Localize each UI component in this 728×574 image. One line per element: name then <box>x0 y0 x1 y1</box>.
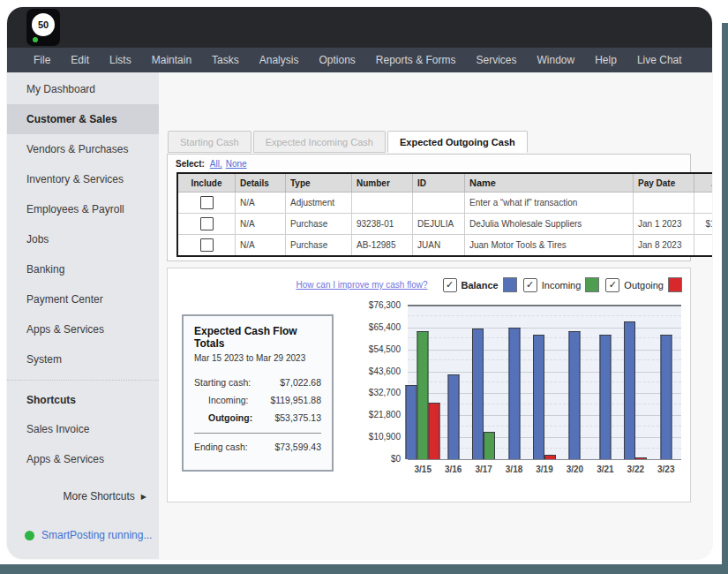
cell-id <box>413 193 465 214</box>
smartposting-status[interactable]: SmartPosting running... <box>25 529 152 541</box>
totals-value: $7,022.68 <box>280 377 321 388</box>
y-tick-label: $54,500 <box>369 344 401 354</box>
sidebar-item-vendors-purchases[interactable]: Vendors & Purchases <box>7 134 159 164</box>
sage-50-logo[interactable]: 50 <box>26 9 60 46</box>
y-axis-labels: $0$10,900$21,800$32,700$43,600$54,500$65… <box>356 306 401 459</box>
table-row: N/APurchaseAB-12985JUANJuan Motor Tools … <box>177 235 712 257</box>
column-header-amount: Amount <box>694 173 713 193</box>
bar-group-3-22 <box>624 306 647 459</box>
screen-edge-bottom <box>0 564 728 574</box>
smartposting-status-text: SmartPosting running... <box>41 529 152 541</box>
cell-details: N/A <box>236 235 286 257</box>
column-header-type: Type <box>286 173 352 193</box>
tab-expected-incoming-cash[interactable]: Expected Incoming Cash <box>253 131 386 153</box>
sidebar-divider <box>7 380 159 381</box>
legend-label-balance: Balance <box>462 280 499 291</box>
y-tick-label: $0 <box>391 454 401 464</box>
improve-cash-flow-link[interactable]: How can I improve my cash flow? <box>296 280 428 290</box>
column-header-include: Include <box>177 173 236 193</box>
menu-lists[interactable]: Lists <box>109 54 131 66</box>
totals-label: Starting cash: <box>194 377 251 388</box>
legend-label-outgoing: Outgoing <box>624 280 664 291</box>
menu-file[interactable]: File <box>34 54 50 66</box>
incoming-bar-3-17 <box>484 432 495 459</box>
plot-area <box>408 306 681 460</box>
balance-bar-3-15 <box>406 385 417 459</box>
x-tick-label: 3/22 <box>627 464 644 474</box>
sidebar-item-apps-services[interactable]: Apps & Services <box>7 314 159 344</box>
sidebar-item-customer-sales[interactable]: Customer & Sales <box>7 104 159 134</box>
y-tick-label: $21,800 <box>369 410 401 419</box>
sidebar-item-system[interactable]: System <box>7 344 159 374</box>
legend-swatch-incoming <box>585 277 599 292</box>
shortcut-sales-invoice[interactable]: Sales Invoice <box>7 414 159 444</box>
outgoing-bar-3-15 <box>429 403 440 459</box>
menu-options[interactable]: Options <box>319 54 355 66</box>
menu-reports-forms[interactable]: Reports & Forms <box>376 54 456 66</box>
balance-bar-3-20 <box>569 331 581 459</box>
bar-group-3-23 <box>660 306 672 459</box>
sidebar-item-payment-center[interactable]: Payment Center <box>7 284 159 314</box>
legend-item-incoming: ✓Incoming <box>523 277 600 292</box>
menu-bar: FileEditListsMaintainTasksAnalysisOption… <box>7 48 712 72</box>
shortcuts-list: Sales InvoiceApps & Services <box>7 414 159 474</box>
tab-starting-cash[interactable]: Starting Cash <box>168 131 251 153</box>
bar-group-3-18 <box>508 306 520 459</box>
cell-pay-date <box>634 193 694 214</box>
cell-number: 93238-01 <box>352 214 413 235</box>
select-all-link[interactable]: All, <box>210 159 222 169</box>
totals-row-ending-cash: Ending cash:$73,599.43 <box>194 442 321 452</box>
screen-edge-right <box>722 23 728 574</box>
cell-type: Adjustment <box>286 193 352 214</box>
more-shortcuts-label: More Shortcuts <box>63 490 134 502</box>
x-axis-labels: 3/153/163/173/183/193/203/213/223/23 <box>408 464 681 479</box>
bar-group-3-21 <box>599 306 611 459</box>
cell-name: Juan Motor Tools & Tires <box>465 235 634 257</box>
bar-group-3-20 <box>569 306 581 459</box>
include-checkbox[interactable] <box>200 217 214 230</box>
x-tick-label: 3/20 <box>567 464 583 474</box>
totals-value: $119,951.88 <box>270 395 321 405</box>
totals-divider <box>194 433 321 434</box>
menu-maintain[interactable]: Maintain <box>152 54 191 66</box>
table-row: N/APurchase93238-01DEJULIADeJulia Wholes… <box>177 214 712 235</box>
expected-cash-flow-totals: Expected Cash Flow Totals Mar 15 2023 to… <box>182 314 334 472</box>
sidebar-item-employees-payroll[interactable]: Employees & Payroll <box>7 194 159 224</box>
include-checkbox[interactable] <box>200 238 214 252</box>
sidebar-item-my-dashboard[interactable]: My Dashboard <box>7 74 159 104</box>
title-bar: 50 <box>7 7 712 48</box>
content-area: Starting CashExpected Incoming CashExpec… <box>159 72 712 559</box>
menu-window[interactable]: Window <box>537 54 575 66</box>
main-area: My DashboardCustomer & SalesVendors & Pu… <box>7 72 712 559</box>
include-checkbox[interactable] <box>200 196 214 209</box>
balance-bar-3-19 <box>533 335 544 459</box>
app-window: 50 FileEditListsMaintainTasksAnalysisOpt… <box>7 7 712 559</box>
legend-checkbox-balance[interactable]: ✓ <box>443 278 457 292</box>
menu-edit[interactable]: Edit <box>71 54 89 66</box>
cell-number <box>352 193 413 214</box>
menu-analysis[interactable]: Analysis <box>259 54 299 66</box>
select-none-link[interactable]: None <box>226 159 247 169</box>
menu-tasks[interactable]: Tasks <box>212 54 239 66</box>
sidebar-item-banking[interactable]: Banking <box>7 254 159 284</box>
logo-status-dot <box>33 37 38 42</box>
tab-expected-outgoing-cash[interactable]: Expected Outgoing Cash <box>387 131 528 153</box>
menu-live-chat[interactable]: Live Chat <box>637 54 682 66</box>
cash-flow-bar-chart: $0$10,900$21,800$32,700$43,600$54,500$65… <box>356 300 685 489</box>
legend-checkbox-incoming[interactable]: ✓ <box>523 278 537 292</box>
y-tick-label: $32,700 <box>369 388 401 397</box>
x-tick-label: 3/15 <box>414 464 431 474</box>
cell-name: DeJulia Wholesale Suppliers <box>465 214 634 235</box>
shortcut-apps-services[interactable]: Apps & Services <box>7 444 159 474</box>
menu-help[interactable]: Help <box>595 54 617 66</box>
more-shortcuts-button[interactable]: More Shortcuts ▶ <box>7 481 159 511</box>
cell-number: AB-12985 <box>352 235 413 257</box>
sidebar-item-jobs[interactable]: Jobs <box>7 224 159 254</box>
legend-swatch-balance <box>503 277 517 292</box>
cash-flow-tabs: Starting CashExpected Incoming CashExpec… <box>168 131 529 153</box>
cell-id: DEJULIA <box>413 214 465 235</box>
legend-checkbox-outgoing[interactable]: ✓ <box>605 278 619 292</box>
sidebar-item-inventory-services[interactable]: Inventory & Services <box>7 164 159 194</box>
cell-details: N/A <box>236 193 286 214</box>
menu-services[interactable]: Services <box>477 54 517 66</box>
